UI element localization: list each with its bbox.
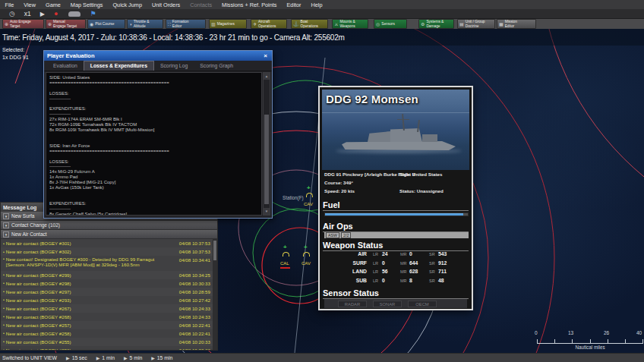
- toolbar-button-systems-damage[interactable]: ⚙ Systems &Damage: [418, 19, 454, 29]
- collapse-icon[interactable]: ▾: [3, 222, 9, 228]
- message-text: New air contact (BOGEY #302): [6, 249, 164, 254]
- advance-5min-label[interactable]: 5 min: [130, 355, 143, 360]
- message-group-contact-change[interactable]: ▾ Contact Change (102): [1, 221, 217, 230]
- list-item[interactable]: •New air contact (BOGEY #302)04/08 10:37…: [1, 247, 213, 256]
- fuel-gauge[interactable]: [324, 212, 469, 216]
- advance-15sec-label[interactable]: 15 sec: [72, 355, 87, 360]
- advance-5min-icon[interactable]: ▶: [124, 355, 128, 360]
- close-icon[interactable]: ×: [262, 52, 269, 59]
- unit-label[interactable]: CAV: [301, 261, 311, 266]
- list-item[interactable]: •New air contact (BOGEY #293)04/08 10:27…: [1, 296, 213, 304]
- toolbar-button-plot-course[interactable]: ◉ Plot Course: [87, 19, 125, 29]
- toolbar-button-auto-engage-target[interactable]: ⊕ Auto EngageTarget: [2, 19, 44, 29]
- weapon-count: 56: [382, 269, 388, 274]
- tab-losses-expenditures[interactable]: Losses & Expenditures: [84, 61, 154, 71]
- toolbar-button-unit-group-doctrine[interactable]: ▤ Unit / GroupDoctrine: [457, 19, 495, 29]
- formation-icon: ∷: [168, 22, 171, 27]
- unit-info-popup: DDG 92 Momsen DDG 91 Pinckney [Arleigh B…: [318, 86, 473, 310]
- menu-map-settings[interactable]: Map Settings: [65, 2, 108, 8]
- tab-scoring-log[interactable]: Scoring Log: [154, 61, 194, 71]
- scrollbar-thumb[interactable]: [264, 115, 269, 204]
- toolbar-button-boat-operations[interactable]: ⚓ BoatOperations: [291, 19, 328, 29]
- toolbar-button-formation-editor[interactable]: ∷ FormationEditor: [166, 19, 206, 29]
- time-compression-label[interactable]: x1: [24, 9, 31, 19]
- advance-15min-label[interactable]: 15 min: [157, 355, 172, 360]
- menu-file[interactable]: File: [0, 2, 19, 8]
- unit-symbol[interactable]: [306, 193, 313, 197]
- unit-status: Status: Unassigned: [399, 188, 444, 194]
- toolbar-button-magazines[interactable]: ▥ Magazines: [209, 19, 247, 29]
- clock-icon[interactable]: ◷: [9, 9, 15, 19]
- scrollbar-thumb[interactable]: [213, 241, 216, 260]
- section-title: Weapon Status: [323, 241, 469, 251]
- play-button[interactable]: ▶: [40, 9, 45, 19]
- record-button[interactable]: ●: [54, 9, 58, 19]
- list-item[interactable]: •New air contact (BOGEY #297)04/08 10:28…: [1, 288, 213, 296]
- unit-label[interactable]: CAV: [304, 202, 313, 206]
- menu-unit-orders[interactable]: Unit Orders: [147, 2, 185, 8]
- air-ops-bar[interactable]: ASW 2/2: [324, 232, 469, 238]
- sonar-button[interactable]: SONAR: [373, 301, 402, 307]
- oecm-button[interactable]: OECM: [408, 301, 437, 307]
- list-item[interactable]: •New air contact (BOGEY #267)04/08 10:24…: [1, 304, 213, 313]
- menu-editor[interactable]: Editor: [282, 2, 306, 8]
- weapon-count: 543: [438, 251, 447, 257]
- advance-1min-icon[interactable]: ▶: [96, 355, 100, 360]
- menu-quick-jump[interactable]: Quick Jump: [108, 2, 147, 8]
- advance-1min-label[interactable]: 1 min: [102, 355, 115, 360]
- message-time: 04/08 10:34:25: [179, 272, 210, 278]
- advance-15sec-icon[interactable]: ▶: [66, 355, 70, 360]
- radar-button[interactable]: RADAR: [338, 301, 367, 307]
- main-toolbar: ⊕ Auto EngageTarget ⊕ ManualEngage Targe…: [0, 19, 644, 29]
- dialog-titlebar[interactable]: Player Evaluation ×: [44, 51, 272, 61]
- message-group-new-air-contact[interactable]: ▾ New Air Contact: [1, 230, 217, 239]
- advance-15min-icon[interactable]: ▶: [151, 355, 155, 360]
- list-item[interactable]: •New air contact (BOGEY #268)04/08 10:24…: [1, 313, 213, 321]
- list-item[interactable]: •New air contact (BOGEY #301)04/08 10:37…: [1, 239, 213, 247]
- scroll-down-icon[interactable]: ▼: [264, 208, 270, 215]
- message-log-scrollbar[interactable]: [213, 239, 217, 350]
- selected-unit[interactable]: 1x DDG 91: [2, 54, 29, 61]
- tab-scoring-graph[interactable]: Scoring Graph: [194, 61, 239, 71]
- recorder-icon[interactable]: [68, 11, 80, 17]
- weapon-count: 0: [409, 251, 412, 257]
- group-label: Contact Change (102): [11, 222, 60, 228]
- unit-label[interactable]: CAL: [280, 261, 289, 266]
- dialog-scrollbar[interactable]: ▲ ▼: [263, 72, 270, 216]
- unit-symbol[interactable]: [303, 252, 310, 257]
- list-item[interactable]: •New air contact (BOGEY #299)04/08 10:34…: [1, 271, 213, 279]
- fuel-section-header: Fuel: [323, 200, 469, 211]
- weapon-count: 8: [409, 278, 412, 283]
- col-label: MR: [400, 269, 407, 274]
- toolbar-button-mounts-weapons[interactable]: ⚔ Mounts &Weapons: [332, 19, 368, 29]
- list-item[interactable]: •New air contact (BOGEY #256)04/08 10:20…: [1, 346, 213, 351]
- collapse-icon[interactable]: ▾: [3, 231, 9, 238]
- menu-help[interactable]: Help: [306, 2, 327, 8]
- unit-symbol[interactable]: [283, 252, 289, 257]
- tab-evaluation[interactable]: Evaluation: [47, 61, 84, 71]
- menu-missions-ref-points[interactable]: Missions + Ref. Points: [217, 2, 282, 8]
- unit-marker-icon: +: [304, 245, 308, 250]
- menu-game[interactable]: Game: [40, 2, 65, 8]
- toolbar-button-aircraft-operations[interactable]: ✈ AircraftOperations: [251, 19, 287, 29]
- unit-photo: DDG 92 Momsen: [322, 90, 469, 170]
- collapse-icon[interactable]: ▾: [3, 213, 9, 219]
- list-item[interactable]: •New air contact (BOGEY #258)04/08 10:22…: [1, 329, 213, 338]
- list-item[interactable]: •New contact! Designated BOGEY #300 - De…: [1, 256, 213, 271]
- scroll-up-icon[interactable]: ▲: [264, 73, 270, 80]
- toolbar-button-mission-editor[interactable]: ▦ MissionEditor: [497, 19, 536, 29]
- message-text: New air contact (BOGEY #297): [6, 289, 164, 294]
- section-title: Air Ops: [323, 222, 469, 232]
- throttle-icon: ◑: [129, 22, 132, 27]
- toolbar-button-throttle-altitude[interactable]: ◑ Throttle &Altitude: [127, 19, 163, 29]
- message-time: 04/08 10:22:41: [179, 323, 210, 328]
- list-item[interactable]: •New air contact (BOGEY #257)04/08 10:22…: [1, 321, 213, 329]
- toolbar-button-manual-engage-target[interactable]: ⊕ ManualEngage Target: [46, 19, 86, 29]
- list-item[interactable]: •New air contact (BOGEY #255)04/08 10:20…: [1, 338, 213, 346]
- list-item[interactable]: •New air contact (BOGEY #298)04/08 10:30…: [1, 279, 213, 288]
- menu-view[interactable]: View: [19, 2, 41, 8]
- button-label: Plot Course: [95, 22, 114, 26]
- toolbar-button-sensors[interactable]: ◎ Sensors: [374, 19, 407, 29]
- flag-bookmark-icon[interactable]: ⚑: [90, 9, 96, 19]
- sensor-status-section-header: Sensor Status: [323, 288, 469, 299]
